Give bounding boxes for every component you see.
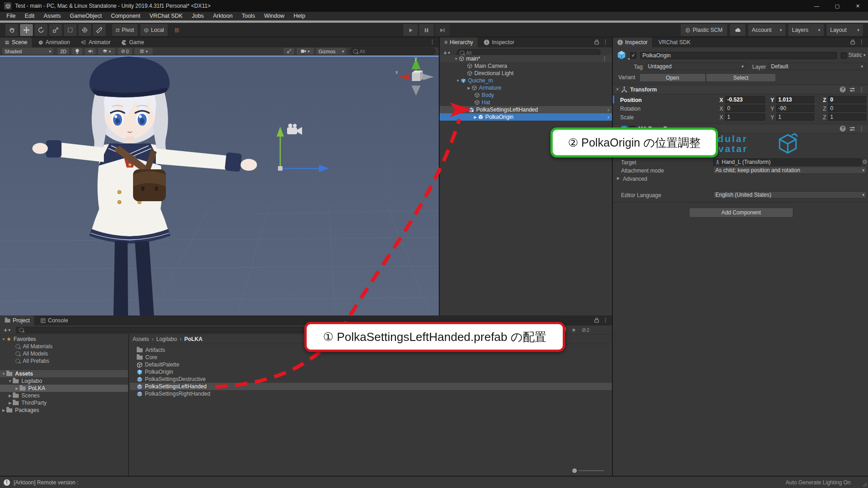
cloud-button[interactable] — [730, 24, 745, 36]
kebab-icon[interactable]: ⋮ — [603, 317, 608, 323]
foldout-arrow[interactable]: ▶ — [473, 115, 478, 119]
hierarchy-item-quiche-m[interactable]: ▼ Quiche_m — [440, 77, 612, 84]
prefab-open-chevron[interactable]: › — [607, 107, 609, 112]
foldout-arrow[interactable]: ▼ — [1, 337, 6, 341]
hidden-packages-count[interactable]: ⊘2 — [581, 327, 589, 333]
tab-vrchat-sdk[interactable]: VRChat SDK — [654, 37, 695, 47]
maximize-button[interactable]: ▢ — [827, 0, 847, 12]
foldout-arrow[interactable]: ▶ — [1, 408, 6, 412]
foldout-arrow[interactable]: ▶ — [14, 386, 20, 391]
layer-dropdown[interactable]: Default▾ — [769, 63, 865, 70]
layout-dropdown[interactable]: Layout▾ — [827, 24, 863, 36]
kebab-icon[interactable]: ⋮ — [859, 126, 864, 132]
object-picker-icon[interactable]: ⊙ — [863, 158, 867, 165]
lock-icon[interactable] — [594, 39, 599, 45]
tree-item-scenes[interactable]: ▶ Scenes — [0, 392, 128, 399]
kebab-icon[interactable]: ⋮ — [603, 39, 608, 45]
menu-window[interactable]: Window — [260, 12, 289, 20]
add-component-button[interactable]: Add Component — [689, 208, 793, 218]
layers-dropdown[interactable]: Layers▾ — [788, 24, 824, 36]
custom-tool-icon[interactable] — [93, 24, 106, 36]
grid-snap-icon[interactable] — [170, 24, 183, 36]
menu-arktoon[interactable]: Arktoon — [208, 12, 237, 20]
hierarchy-search-input[interactable] — [466, 50, 597, 56]
kebab-icon[interactable]: ⋮ — [430, 39, 435, 45]
variant-open-button[interactable]: Open — [639, 73, 706, 82]
local-toggle[interactable]: Local — [140, 24, 168, 36]
shading-mode-dropdown[interactable]: Shaded▾ — [2, 48, 53, 55]
lock-icon[interactable] — [594, 317, 599, 323]
transform-component-header[interactable]: ▼ Transform ? ⋮ — [613, 85, 868, 94]
create-add-button[interactable]: + — [4, 326, 7, 334]
favorites-foldout[interactable]: ▼ ★ Favorites — [0, 336, 128, 343]
pivot-toggle[interactable]: Pivot — [112, 24, 138, 36]
file-polkaorigin[interactable]: PolkaOrigin — [130, 368, 612, 376]
tab-console[interactable]: Console — [36, 315, 72, 325]
menu-help[interactable]: Help — [289, 12, 310, 20]
help-icon[interactable]: ? — [840, 86, 846, 92]
minimize-button[interactable]: — — [806, 0, 827, 12]
scene-panel-menu[interactable]: ⋮ — [430, 39, 435, 45]
tree-item-packages[interactable]: ▶ Packages — [0, 407, 128, 414]
foldout-arrow[interactable]: ▶ — [7, 401, 13, 405]
tab-scene[interactable]: Scene — [0, 37, 32, 47]
scene-lighting-toggle[interactable] — [72, 48, 82, 55]
static-checkbox[interactable] — [841, 52, 847, 59]
tab-hierarchy[interactable]: ≡ Hierarchy — [440, 37, 478, 47]
menu-gameobject[interactable]: GameObject — [65, 12, 106, 20]
file-polkasettingslefthanded[interactable]: PolkaSettingsLeftHanded — [130, 383, 612, 390]
target-object-field[interactable]: Hand_L (Transform) — [713, 158, 862, 166]
foldout-arrow[interactable]: ▼ — [7, 379, 13, 383]
object-name-field[interactable] — [640, 52, 837, 59]
tree-item-thirdparty[interactable]: ▶ ThirdParty — [0, 399, 128, 407]
static-dropdown[interactable]: Static▾ — [848, 52, 866, 58]
pause-button[interactable] — [419, 24, 434, 36]
hierarchy-item-polkaorigin[interactable]: ▶ PolkaOrigin › — [440, 113, 612, 121]
close-button[interactable]: ✕ — [847, 0, 868, 12]
menu-tools[interactable]: Tools — [237, 12, 259, 20]
resize-grip[interactable] — [862, 482, 867, 487]
foldout-arrow[interactable]: ▼ — [463, 108, 468, 112]
tab-project[interactable]: Project — [0, 315, 34, 325]
chevron-down-icon[interactable]: ▾ — [8, 328, 10, 332]
object-icon[interactable]: ▾ — [616, 50, 627, 60]
tag-dropdown[interactable]: Untagged▾ — [646, 63, 746, 70]
foldout-arrow[interactable]: ▼ — [615, 87, 620, 92]
scene-grid-dropdown[interactable]: ▾ — [134, 48, 153, 55]
hierarchy-item-scene-main[interactable]: ▼ main* ⋮ — [440, 55, 612, 62]
scene-audio-toggle[interactable] — [85, 48, 96, 55]
tab-animator[interactable]: Animator — [76, 37, 115, 47]
rotation-x-field[interactable] — [725, 105, 765, 112]
menu-edit[interactable]: Edit — [20, 12, 39, 20]
hierarchy-item-armature[interactable]: ▶ Armature — [440, 84, 612, 92]
scale-tool-icon[interactable] — [49, 24, 62, 36]
foldout-arrow[interactable]: ▶ — [466, 86, 472, 90]
file-polkasettingsdestructive[interactable]: PolkaSettingsDestructive — [130, 376, 612, 383]
scale-x-field[interactable] — [725, 113, 765, 121]
menu-file[interactable]: File — [2, 12, 20, 20]
scene-visibility-toggle[interactable]: ⊘0 — [118, 48, 132, 55]
scene-search-input[interactable] — [360, 49, 432, 54]
transform-tool-icon[interactable] — [78, 24, 91, 36]
scale-y-field[interactable] — [776, 113, 814, 121]
foldout-arrow[interactable]: ▼ — [453, 57, 459, 61]
kebab-icon[interactable]: ⋮ — [602, 56, 607, 62]
tab-inspector[interactable]: i Inspector — [613, 37, 652, 47]
slider-knob[interactable] — [572, 468, 577, 473]
plastic-scm-button[interactable]: Plastic SCM — [681, 24, 727, 36]
presets-icon[interactable] — [849, 126, 855, 132]
position-x-field[interactable] — [725, 96, 765, 103]
tab-game[interactable]: Game — [117, 37, 149, 47]
hierarchy-item-body[interactable]: Body — [440, 92, 612, 99]
hierarchy-item-hat[interactable]: Hat — [440, 99, 612, 106]
file-core[interactable]: Core — [130, 354, 612, 361]
scene-viewport[interactable]: y x — [0, 56, 439, 315]
scale-z-field[interactable] — [828, 113, 866, 121]
advanced-foldout[interactable]: Advanced — [623, 176, 647, 182]
rotate-tool-icon[interactable] — [35, 24, 47, 36]
play-button[interactable] — [403, 24, 418, 36]
editor-language-dropdown[interactable]: English (United States)▾ — [713, 191, 867, 198]
tree-item-logilabo[interactable]: ▼ Logilabo — [0, 377, 128, 385]
scene-effects-dropdown[interactable]: ▾ — [98, 48, 115, 55]
foldout-arrow[interactable]: ▼ — [455, 79, 461, 83]
